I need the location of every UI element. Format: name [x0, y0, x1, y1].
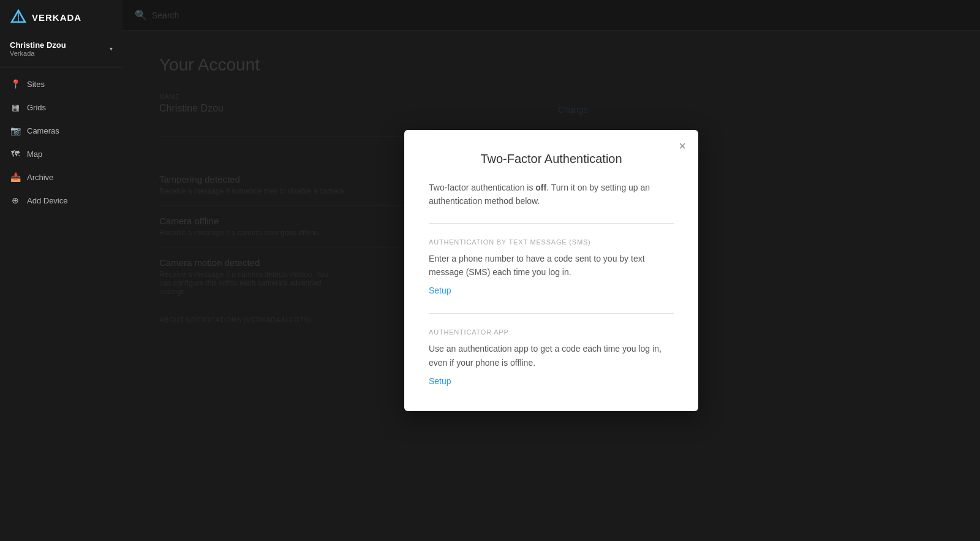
- modal-overlay: × Two-Factor Authentication Two-factor a…: [123, 0, 980, 541]
- sidebar-item-map[interactable]: 🗺 Map: [0, 142, 123, 165]
- sms-setup-link[interactable]: Setup: [429, 286, 451, 295]
- sidebar-item-label: Sites: [27, 80, 45, 89]
- sidebar-nav: 📍 Sites ▦ Grids 📷 Cameras 🗺 Map 📥 Archiv…: [0, 67, 123, 212]
- sidebar-item-archive[interactable]: 📥 Archive: [0, 165, 123, 189]
- add-device-icon: ⊕: [10, 195, 21, 205]
- app-section-desc: Use an authentication app to get a code …: [429, 342, 674, 369]
- status-badge: off: [535, 183, 546, 192]
- app-section-title: AUTHENTICATOR APP: [429, 328, 674, 336]
- sidebar-item-label: Archive: [27, 173, 53, 182]
- two-factor-modal: × Two-Factor Authentication Two-factor a…: [404, 130, 698, 411]
- sidebar-item-label: Cameras: [27, 126, 59, 135]
- sms-section: AUTHENTICATION BY TEXT MESSAGE (SMS) Ent…: [429, 238, 674, 297]
- modal-title: Two-Factor Authentication: [429, 152, 674, 166]
- user-profile[interactable]: Christine Dzou Verkada ▾: [0, 34, 123, 67]
- app-name: VERKADA: [32, 12, 81, 23]
- user-info: Christine Dzou Verkada: [10, 40, 66, 57]
- location-icon: 📍: [10, 79, 21, 89]
- sidebar-item-sites[interactable]: 📍 Sites: [0, 72, 123, 96]
- sidebar-logo: VERKADA: [0, 0, 123, 34]
- map-icon: 🗺: [10, 149, 21, 159]
- sidebar: VERKADA Christine Dzou Verkada ▾ 📍 Sites…: [0, 0, 123, 541]
- sms-section-title: AUTHENTICATION BY TEXT MESSAGE (SMS): [429, 238, 674, 246]
- user-name: Christine Dzou: [10, 40, 66, 50]
- sidebar-item-label: Map: [27, 149, 42, 159]
- sidebar-item-label: Add Device: [27, 196, 67, 205]
- user-org: Verkada: [10, 50, 66, 57]
- sms-section-desc: Enter a phone number to have a code sent…: [429, 252, 674, 279]
- app-setup-link[interactable]: Setup: [429, 376, 451, 386]
- verkada-logo-icon: [10, 9, 27, 26]
- archive-icon: 📥: [10, 172, 21, 182]
- sidebar-item-cameras[interactable]: 📷 Cameras: [0, 119, 123, 142]
- authenticator-app-section: AUTHENTICATOR APP Use an authentication …: [429, 328, 674, 387]
- close-button[interactable]: ×: [679, 140, 686, 152]
- chevron-down-icon: ▾: [110, 45, 113, 52]
- sidebar-item-add-device[interactable]: ⊕ Add Device: [0, 189, 123, 212]
- sidebar-item-grids[interactable]: ▦ Grids: [0, 96, 123, 119]
- modal-section-divider: [429, 313, 674, 314]
- sidebar-item-label: Grids: [27, 103, 46, 112]
- modal-divider: [429, 223, 674, 224]
- camera-icon: 📷: [10, 126, 21, 135]
- modal-intro: Two-factor authentication is off. Turn i…: [429, 181, 674, 208]
- main-content: 🔍 Search Your Account NAME Christine Dzo…: [123, 0, 980, 541]
- grid-icon: ▦: [10, 102, 21, 112]
